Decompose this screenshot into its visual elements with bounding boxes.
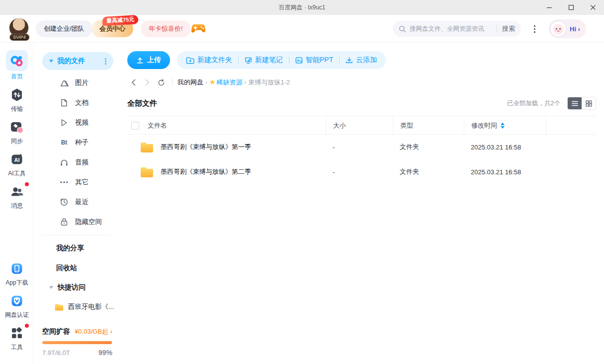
grid-view-button[interactable] (582, 97, 596, 109)
breadcrumb-root[interactable]: 我的网盘 (177, 78, 203, 87)
window-controls (538, 0, 604, 15)
storage-expand-label: 空间扩容 (42, 327, 70, 336)
smart-ppt-button[interactable]: P 智能PPT (289, 56, 339, 65)
close-button[interactable] (582, 0, 604, 15)
rail-item-ai-tools[interactable]: AI AI工具 (0, 151, 34, 178)
folder-icon (55, 303, 64, 311)
new-folder-button[interactable]: 新建文件夹 (180, 56, 238, 65)
column-header-type[interactable]: 类型 (393, 116, 464, 135)
sidebar-item-my-files[interactable]: 我的文件 (42, 52, 113, 70)
quick-item-label: 西班牙电影《... (68, 302, 114, 311)
vip-center-button[interactable]: 会员中心 最高减75元 (91, 20, 133, 37)
vip-discount-badge: 最高减75元 (102, 15, 139, 26)
rail-item-home[interactable]: 首页 (0, 50, 34, 81)
search-divider (497, 25, 497, 33)
list-view-button[interactable] (568, 97, 582, 109)
folder-icon (140, 142, 154, 153)
assistant-mascot-icon (550, 20, 567, 37)
sidebar-label-hidden-space: 隐藏空间 (75, 218, 102, 226)
sidebar-label-videos: 视频 (75, 118, 88, 127)
file-name-text[interactable]: 墨西哥剧《束缚与放纵》第一季 (161, 143, 251, 151)
certification-icon (7, 292, 27, 309)
cloud-add-button[interactable]: 云添加 (340, 56, 383, 65)
search-input[interactable] (410, 25, 492, 32)
search-icon (399, 25, 406, 33)
search-button[interactable]: 搜索 (502, 24, 515, 33)
sidebar-item-videos[interactable]: 视频 (34, 113, 119, 133)
column-header-modified[interactable]: 修改时间 (464, 116, 546, 135)
sidebar-quick-item-1[interactable]: 西班牙电影《... (34, 297, 119, 317)
sidebar-item-audio[interactable]: 音频 (34, 152, 119, 172)
table-header-row: 文件名 大小 类型 修改时间 (127, 116, 596, 135)
rail-item-sync[interactable]: 同步 (0, 119, 34, 146)
tools-icon (7, 325, 27, 342)
my-files-menu-icon[interactable] (104, 57, 107, 66)
svg-text:AI: AI (14, 157, 20, 163)
headphones-icon (60, 159, 69, 166)
table-row[interactable]: 墨西哥剧《束缚与放纵》第二季 - 文件夹 2025.03.21 16:58 (127, 159, 596, 184)
rail-item-app-download[interactable]: App下载 (0, 260, 34, 287)
breadcrumb-parent[interactable]: ★稀缺资源 (209, 78, 243, 87)
game-icon[interactable] (191, 22, 206, 36)
rail-item-certification[interactable]: 网盘认证 (0, 292, 34, 319)
rail-label-home: 首页 (11, 73, 23, 81)
column-header-size[interactable]: 大小 (326, 116, 393, 135)
toolbar-group: 新建文件夹 新建笔记 P 智能PPT 云添加 (177, 51, 386, 69)
user-avatar[interactable]: SVIP4 (9, 18, 30, 41)
sidebar-item-recent[interactable]: 最近 (34, 192, 119, 212)
rail-item-transfer[interactable]: 传输 (0, 86, 34, 113)
sidebar-label-documents: 文档 (75, 98, 88, 107)
rail-label-tools: 工具 (11, 343, 23, 352)
smart-ppt-label: 智能PPT (306, 56, 333, 65)
new-note-label: 新建笔记 (255, 56, 283, 65)
sidebar-item-pictures[interactable]: 图片 (34, 73, 119, 93)
rail-label-ai-tools: AI工具 (8, 169, 25, 178)
cloud-add-icon (345, 57, 353, 64)
column-header-name[interactable]: 文件名 (148, 121, 167, 130)
file-modified-text: 2025.03.21 16:58 (464, 168, 546, 176)
forward-button[interactable] (141, 76, 153, 88)
upload-button[interactable]: 上传 (127, 51, 170, 69)
play-icon (60, 119, 69, 127)
chevron-down-icon (49, 60, 53, 63)
more-menu-icon[interactable] (530, 22, 539, 36)
sidebar-item-hidden-space[interactable]: 隐藏空间 (34, 212, 119, 232)
rail-item-tools[interactable]: 工具 (0, 325, 34, 352)
quick-access-label: 快捷访问 (58, 283, 86, 292)
new-note-icon (245, 57, 252, 64)
sidebar-item-recycle-bin[interactable]: 回收站 (34, 258, 119, 278)
sidebar-quick-access-header[interactable]: 快捷访问 (34, 278, 119, 297)
assistant-button[interactable]: Hi › (549, 19, 586, 38)
maximize-button[interactable] (560, 0, 582, 15)
clock-icon (60, 198, 69, 206)
pictures-icon (60, 79, 69, 87)
view-toggle (567, 97, 596, 110)
ellipsis-icon (60, 181, 69, 183)
create-team-button[interactable]: 创建企业/团队 (36, 20, 92, 37)
title-bar: 百度网盘 · tx9uc1 (0, 0, 604, 15)
minimize-button[interactable] (538, 0, 560, 15)
netdisk-logo-icon (6, 50, 28, 71)
year-card-button[interactable]: 年卡惊喜价! (141, 20, 191, 37)
sort-icon[interactable] (501, 123, 505, 129)
new-note-button[interactable]: 新建笔记 (239, 56, 289, 65)
table-row[interactable]: 墨西哥剧《束缚与放纵》第一季 - 文件夹 2025.03.21 16:58 (127, 135, 596, 159)
file-name-text[interactable]: 墨西哥剧《束缚与放纵》第二季 (161, 167, 251, 176)
column-header-modified-label: 修改时间 (471, 121, 497, 130)
app-download-icon (7, 260, 27, 277)
select-all-checkbox[interactable] (131, 122, 139, 130)
sync-icon (7, 119, 27, 136)
sidebar-item-my-shares[interactable]: 我的分享 (34, 238, 119, 258)
refresh-button[interactable] (155, 76, 167, 88)
sidebar-item-other[interactable]: 其它 (34, 172, 119, 192)
rail-label-sync: 同步 (11, 137, 23, 146)
storage-expand-link[interactable]: ¥0.03/GB起 › (75, 327, 112, 336)
storage-percent-text: 99% (98, 349, 112, 357)
file-size-text: - (326, 144, 393, 151)
sidebar-item-torrents[interactable]: Bt 种子 (34, 133, 119, 152)
file-type-text: 文件夹 (393, 167, 464, 176)
sidebar-item-documents[interactable]: 文档 (34, 93, 119, 113)
back-button[interactable] (127, 76, 139, 88)
cloud-add-label: 云添加 (356, 56, 377, 65)
rail-item-messages[interactable]: 消息 (0, 183, 34, 210)
